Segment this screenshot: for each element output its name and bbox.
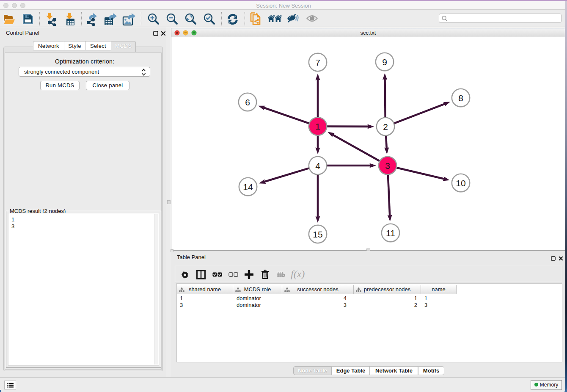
svg-text:3: 3 [385, 161, 390, 171]
svg-text:9: 9 [382, 57, 387, 67]
svg-text:1: 1 [315, 121, 320, 131]
svg-text:10: 10 [456, 178, 465, 188]
svg-text:11: 11 [386, 228, 395, 238]
svg-text:7: 7 [315, 58, 320, 67]
svg-text:15: 15 [313, 229, 322, 239]
svg-text:8: 8 [458, 93, 463, 103]
svg-text:6: 6 [245, 97, 250, 107]
svg-text:14: 14 [243, 182, 253, 192]
svg-text:4: 4 [315, 161, 320, 171]
svg-text:2: 2 [383, 122, 388, 132]
